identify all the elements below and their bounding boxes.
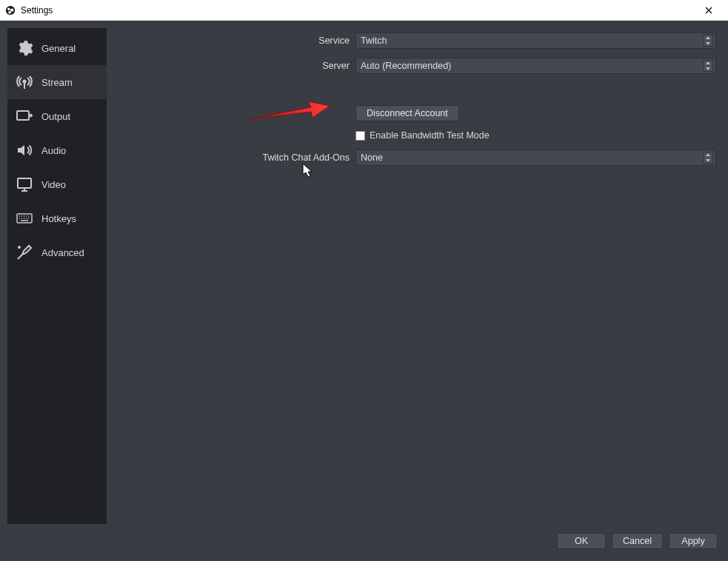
sidebar: General Stream Output xyxy=(7,28,107,524)
sidebar-item-label: Audio xyxy=(41,145,66,156)
chat-addons-row: Twitch Chat Add-Ons None xyxy=(111,150,716,166)
sidebar-item-label: Stream xyxy=(41,77,73,88)
sidebar-item-hotkeys[interactable]: Hotkeys xyxy=(7,201,107,235)
sidebar-item-general[interactable]: General xyxy=(7,31,107,65)
sidebar-item-output[interactable]: Output xyxy=(7,99,107,133)
spinner-icon[interactable] xyxy=(703,35,713,47)
server-value: Auto (Recommended) xyxy=(361,61,451,71)
bandwidth-test-row: Enable Bandwidth Test Mode xyxy=(111,130,716,141)
bandwidth-test-checkbox[interactable] xyxy=(355,131,365,141)
apply-button[interactable]: Apply xyxy=(669,533,718,549)
antenna-icon xyxy=(15,73,34,92)
disconnect-account-button[interactable]: Disconnect Account xyxy=(355,105,459,121)
svg-point-8 xyxy=(18,246,21,249)
service-label: Service xyxy=(111,36,355,46)
window-body: General Stream Output xyxy=(0,21,728,561)
settings-window: Settings General Stream xyxy=(0,0,728,561)
service-value: Twitch xyxy=(361,36,387,46)
sidebar-item-video[interactable]: Video xyxy=(7,167,107,201)
service-select[interactable]: Twitch xyxy=(355,33,716,49)
titlebar: Settings xyxy=(0,0,728,21)
bandwidth-test-label: Enable Bandwidth Test Mode xyxy=(370,130,490,141)
sidebar-item-label: General xyxy=(41,43,76,54)
main-panel: Service Twitch Server xyxy=(111,28,721,524)
chat-addons-select[interactable]: None xyxy=(355,150,716,166)
app-icon xyxy=(4,4,16,16)
footer-buttons: OK Cancel Apply xyxy=(3,528,725,558)
cancel-button[interactable]: Cancel xyxy=(612,533,663,549)
sidebar-item-label: Video xyxy=(41,179,66,190)
content-area: General Stream Output xyxy=(3,24,725,528)
svg-point-2 xyxy=(10,8,13,11)
sidebar-item-label: Advanced xyxy=(41,247,84,258)
sidebar-item-stream[interactable]: Stream xyxy=(7,65,107,99)
spinner-icon[interactable] xyxy=(703,60,713,72)
server-select[interactable]: Auto (Recommended) xyxy=(355,58,716,74)
svg-rect-6 xyxy=(18,178,31,188)
svg-point-3 xyxy=(8,10,11,13)
svg-point-1 xyxy=(7,7,10,10)
window-title: Settings xyxy=(21,5,694,16)
keyboard-icon xyxy=(15,209,34,228)
spinner-icon[interactable] xyxy=(703,152,713,164)
close-button[interactable] xyxy=(694,4,724,17)
gear-icon xyxy=(15,38,34,58)
speaker-icon xyxy=(15,141,34,160)
sidebar-item-audio[interactable]: Audio xyxy=(7,133,107,167)
server-row: Server Auto (Recommended) xyxy=(111,58,716,74)
disconnect-row: Disconnect Account xyxy=(111,105,716,121)
svg-rect-5 xyxy=(17,111,29,120)
chat-addons-value: None xyxy=(361,152,383,163)
sidebar-item-advanced[interactable]: Advanced xyxy=(7,235,107,269)
bandwidth-test-checkbox-row[interactable]: Enable Bandwidth Test Mode xyxy=(355,130,716,141)
output-icon xyxy=(15,107,34,126)
tools-icon xyxy=(15,243,34,262)
ok-button[interactable]: OK xyxy=(557,533,606,549)
sidebar-item-label: Output xyxy=(41,111,70,122)
sidebar-item-label: Hotkeys xyxy=(41,213,76,224)
server-label: Server xyxy=(111,61,355,71)
monitor-icon xyxy=(15,175,34,194)
service-row: Service Twitch xyxy=(111,33,716,49)
chat-addons-label: Twitch Chat Add-Ons xyxy=(111,152,355,163)
